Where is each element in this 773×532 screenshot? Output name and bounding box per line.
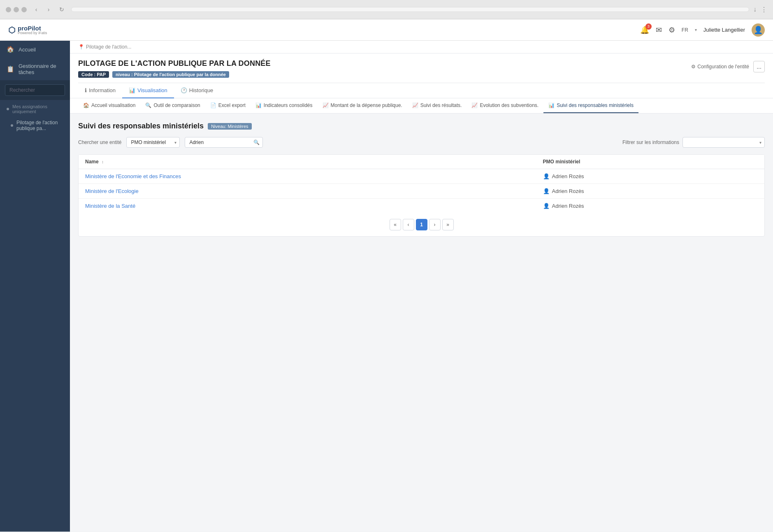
entity-search-input[interactable] (185, 137, 263, 148)
entity-type-select[interactable]: PMO ministériel Tous (126, 137, 180, 148)
browser-chrome: ‹ › ↻ ↓ ⋮ (0, 0, 773, 19)
dot-icon-pilotage (11, 124, 13, 127)
info-tab-icon: ℹ (85, 87, 87, 93)
pagination-next[interactable]: › (429, 219, 441, 230)
language-button[interactable]: FR (682, 27, 688, 33)
download-icon[interactable]: ↓ (753, 6, 757, 14)
logo-icon: ⬡ (8, 25, 15, 35)
settings-button[interactable]: ⚙ (669, 26, 675, 35)
dot-icon-assignments (7, 108, 9, 110)
sidebar-search-area (0, 80, 70, 100)
pagination-prev[interactable]: ‹ (403, 219, 414, 230)
notifications-button[interactable]: 🔔 3 (640, 26, 649, 35)
subnav-excel-label: Excel export (218, 102, 246, 108)
badge-code: Code : PAP (78, 71, 109, 78)
th-pmo-label: PMO ministériel (543, 159, 580, 165)
user-avatar[interactable]: 👤 (752, 23, 765, 37)
config-entity-button[interactable]: ⚙ Configuration de l'entité (691, 64, 749, 70)
data-table: Name ↕ PMO ministériel Ministère de l'Ec… (79, 155, 764, 213)
menu-icon[interactable]: ⋮ (761, 6, 767, 14)
logo-sub: Powered by iFatis (18, 31, 47, 35)
subnav-responsables-label: Suivi des responsables ministériels (557, 102, 634, 108)
indicateurs-subnav-icon: 📊 (255, 102, 262, 108)
pagination-last[interactable]: » (442, 219, 454, 230)
page-title: PILOTAGE DE L'ACTION PUBLIQUE PAR LA DON… (78, 59, 271, 68)
pagination-page-1[interactable]: 1 (416, 219, 427, 230)
responsables-subnav-icon: 📊 (548, 102, 555, 108)
entity-search-wrapper: 🔍 (185, 137, 263, 148)
subnav-montant-depense[interactable]: 📈 Montant de la dépense publique. (318, 98, 407, 113)
messages-button[interactable]: ✉ (656, 26, 662, 35)
sidebar-assignments-label[interactable]: Mes assignations uniquement (0, 100, 70, 116)
location-icon: 📍 (78, 44, 84, 50)
refresh-button[interactable]: ↻ (56, 4, 67, 15)
sidebar-gestionnaire-label: Gestionnaire de tâches (19, 63, 63, 75)
user-name-2: Adrien Rozès (552, 203, 584, 209)
home-icon: 🏠 (7, 46, 14, 53)
sidebar-item-gestionnaire[interactable]: 📋 Gestionnaire de tâches (0, 58, 70, 80)
tasks-icon: 📋 (7, 65, 14, 73)
td-pmo-0: 👤Adrien Rozès (536, 169, 764, 184)
tabs-bar: ℹ Information 📊 Visualisation 🕐 Historiq… (78, 83, 765, 98)
user-name-0: Adrien Rozès (552, 173, 584, 179)
td-pmo-1: 👤Adrien Rozès (536, 184, 764, 199)
sort-icon-name[interactable]: ↕ (102, 160, 104, 164)
dot-1 (6, 7, 11, 12)
subnav-suivi-responsables[interactable]: 📊 Suivi des responsables ministériels (543, 98, 638, 113)
filter-right: Filtrer sur les informations ▾ (622, 137, 765, 148)
dot-2 (14, 7, 19, 12)
sidebar-search-input[interactable] (5, 84, 65, 96)
browser-dots (6, 7, 27, 12)
row-name-link-1[interactable]: Ministère de l'Ecologie (85, 188, 139, 194)
entity-type-filter: PMO ministériel Tous ▾ (126, 137, 180, 148)
assignments-label-text: Mes assignations uniquement (12, 104, 63, 114)
address-bar[interactable] (71, 7, 749, 12)
config-label: Configuration de l'entité (697, 64, 749, 70)
tab-visualisation[interactable]: 📊 Visualisation (122, 83, 174, 98)
back-button[interactable]: ‹ (31, 4, 42, 15)
subventions-subnav-icon: 📈 (471, 102, 478, 108)
subnav-evolution-subventions[interactable]: 📈 Evolution des subventions. (467, 98, 543, 113)
subnav-excel-export[interactable]: 📄 Excel export (205, 98, 251, 113)
home-subnav-icon: 🏠 (83, 102, 89, 108)
sidebar-item-accueil[interactable]: 🏠 Accueil (0, 41, 70, 58)
table-row: Ministère de l'Ecologie👤Adrien Rozès (79, 184, 764, 199)
lang-dropdown-icon: ▾ (695, 28, 697, 32)
user-name-1: Adrien Rozès (552, 188, 584, 194)
section-title-row: Suivi des responsables ministériels Nive… (78, 122, 765, 130)
page-badges: Code : PAP niveau : Pilotage de l'action… (78, 71, 271, 78)
three-dot-button[interactable]: ... (753, 61, 765, 72)
user-cell-2: 👤Adrien Rozès (543, 203, 758, 209)
visu-tab-icon: 📊 (129, 87, 135, 93)
user-name: Juliette Langellier (703, 27, 745, 33)
filter-row: Chercher une entité PMO ministériel Tous… (78, 137, 765, 148)
browser-nav: ‹ › ↻ (31, 4, 67, 15)
subnav-indicateurs[interactable]: 📊 Indicateurs consolidés (251, 98, 318, 113)
subnav-resultats-label: Suivi des résultats. (420, 102, 462, 108)
subnav-suivi-resultats[interactable]: 📈 Suivi des résultats. (407, 98, 467, 113)
tab-information[interactable]: ℹ Information (78, 83, 122, 98)
td-name-0: Ministère de l'Economie et des Finances (79, 169, 536, 184)
badge-level: niveau : Pilotage de l'action publique p… (112, 71, 229, 78)
sidebar-accueil-label: Accueil (19, 46, 36, 53)
subnav-outil-comparaison[interactable]: 🔍 Outil de comparaison (140, 98, 205, 113)
pagination-first[interactable]: « (390, 219, 401, 230)
tab-historique[interactable]: 🕐 Historique (174, 83, 220, 98)
user-icon-1: 👤 (543, 188, 550, 194)
breadcrumb: 📍 Pilotage de l'action... (70, 41, 773, 53)
tab-visualisation-label: Visualisation (137, 87, 167, 93)
user-icon-2: 👤 (543, 203, 550, 209)
excel-subnav-icon: 📄 (210, 102, 216, 108)
tab-historique-label: Historique (189, 87, 214, 93)
sidebar: 🏠 Accueil 📋 Gestionnaire de tâches Mes a… (0, 41, 70, 532)
filter-info-select[interactable] (682, 137, 765, 148)
top-nav: ⬡ proPilot Powered by iFatis 🔔 3 ✉ ⚙ FR … (0, 19, 773, 41)
sidebar-item-pilotage[interactable]: Pilotage de l'action publique pa... (0, 116, 70, 135)
row-name-link-2[interactable]: Ministère de la Santé (85, 203, 135, 209)
tab-information-label: Information (89, 87, 116, 93)
row-name-link-0[interactable]: Ministère de l'Economie et des Finances (85, 173, 181, 179)
user-cell-0: 👤Adrien Rozès (543, 173, 758, 179)
subnav-accueil-visu[interactable]: 🏠 Accueil visualisation (78, 98, 140, 113)
page-header: PILOTAGE DE L'ACTION PUBLIQUE PAR LA DON… (70, 53, 773, 98)
forward-button[interactable]: › (43, 4, 54, 15)
